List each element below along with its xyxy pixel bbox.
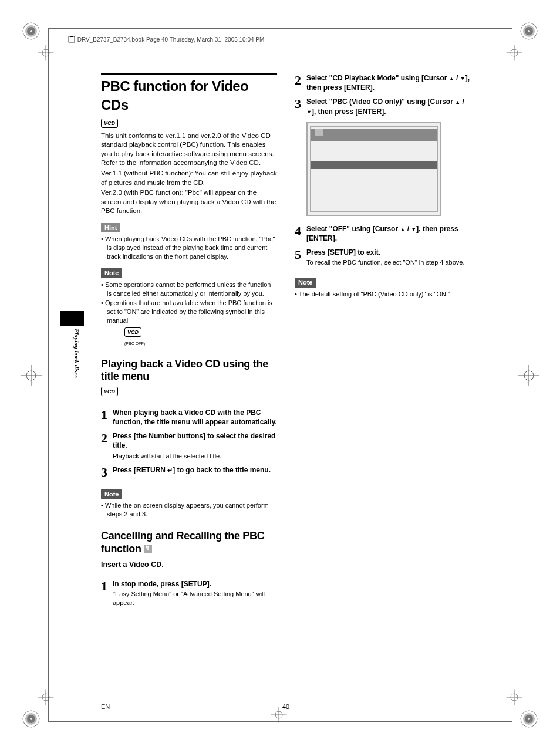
header-text: DRV_B2737_B2734.book Page 40 Thursday, M… <box>77 36 265 43</box>
menu-screen <box>310 126 438 212</box>
svg-rect-1 <box>70 36 73 37</box>
step-item: 2 Select "CD Playback Mode" using [Curso… <box>295 73 471 92</box>
book-header: DRV_B2737_B2734.book Page 40 Thursday, M… <box>68 35 264 43</box>
step-title: Select "PBC (Video CD only)" using [Curs… <box>306 97 471 116</box>
section-tab: Playing back discs <box>60 311 84 399</box>
crosshair-icon <box>505 44 523 62</box>
cursor-up-icon <box>400 225 405 233</box>
step-text-b: ] to go back to the title menu. <box>173 466 271 474</box>
cursor-up-icon <box>455 97 460 106</box>
step-number: 3 <box>295 97 306 116</box>
crosshair-icon <box>19 364 43 387</box>
tab-label: Playing back discs <box>73 329 80 378</box>
crosshair-icon <box>37 44 55 62</box>
right-column: 2 Select "CD Playback Mode" using [Curso… <box>295 73 471 612</box>
step-title: Select "CD Playback Mode" using [Cursor … <box>306 73 471 92</box>
note-label: Note <box>295 278 316 288</box>
cursor-down-icon <box>460 74 465 82</box>
step-text-a: Select "CD Playback Mode" using [Cursor <box>306 74 449 82</box>
step-title: In stop mode, press [SETUP]. <box>113 579 277 589</box>
svg-point-9 <box>528 30 530 32</box>
body-text: Ver.1.1 (without PBC function): You can … <box>101 169 277 187</box>
step-number: 1 <box>101 408 113 427</box>
subsection-title: Playing back a Video CD using the title … <box>101 358 277 383</box>
step-list: 4 Select "OFF" using [Cursor / ], then p… <box>295 224 471 267</box>
body-text: Ver.2.0 (with PBC function): "Pbc" will … <box>101 188 277 216</box>
step-item: 1 When playing back a Video CD with the … <box>101 408 277 427</box>
crop-line <box>48 28 49 722</box>
rule <box>101 353 277 353</box>
step-title: Press [SETUP] to exit. <box>306 248 471 257</box>
wrench-icon <box>144 545 152 553</box>
step-item: 1 In stop mode, press [SETUP]. "Easy Set… <box>101 579 277 607</box>
step-item: 3 Select "PBC (Video CD only)" using [Cu… <box>295 97 471 116</box>
note-label: Note <box>101 268 122 278</box>
cursor-down-icon <box>306 107 312 116</box>
hint-list: When playing back Video CDs with the PBC… <box>101 235 277 261</box>
crosshair-icon <box>505 688 523 706</box>
step-title: Select "OFF" using [Cursor / ], then pre… <box>306 224 471 243</box>
step-text-a: Select "PBC (Video CD only)" using [Curs… <box>306 97 455 106</box>
step-number: 2 <box>101 431 113 460</box>
subsection-text: Cancelling and Recalling the PBC functio… <box>101 530 264 555</box>
page-number: 40 <box>282 703 289 710</box>
left-column: PBC function for Video CDs VCD This unit… <box>101 73 277 612</box>
cursor-up-icon <box>449 74 454 82</box>
step-title: Press [RETURN ↵] to go back to the title… <box>113 465 277 475</box>
reg-mark-icon <box>19 19 43 43</box>
reg-mark-icon <box>517 19 541 43</box>
menu-header-bar <box>311 129 437 141</box>
note-label: Note <box>101 489 122 499</box>
note-item: Some operations cannot be performed unle… <box>101 281 277 298</box>
body-text: This unit conforms to ver.1.1 and ver.2.… <box>101 131 277 168</box>
step-item: 5 Press [SETUP] to exit. To recall the P… <box>295 248 471 267</box>
hint-label: Hint <box>101 223 120 233</box>
note-item: Operations that are not available when t… <box>101 299 277 325</box>
step-text-a: Select "OFF" using [Cursor <box>306 225 400 233</box>
return-icon: ↵ <box>167 466 173 475</box>
step-title: When playing back a Video CD with the PB… <box>113 408 277 427</box>
step-number: 3 <box>101 465 113 479</box>
step-number: 1 <box>101 579 113 607</box>
note-item: The default setting of "PBC (Video CD on… <box>295 290 471 299</box>
step-subtext: To recall the PBC function, select "ON" … <box>306 258 471 267</box>
instruction-text: Insert a Video CD. <box>101 560 277 570</box>
rule <box>101 73 277 75</box>
rule <box>101 525 277 525</box>
vcd-badge-icon: VCD <box>124 327 141 337</box>
step-text-a: Press [RETURN <box>113 466 167 474</box>
step-list: 2 Select "CD Playback Mode" using [Curso… <box>295 73 471 116</box>
svg-point-5 <box>30 30 32 32</box>
step-subtext: "Easy Setting Menu" or "Advanced Setting… <box>113 590 277 607</box>
hint-item: When playing back Video CDs with the PBC… <box>101 235 277 261</box>
menu-header-icon <box>315 129 323 136</box>
crosshair-icon <box>517 364 541 387</box>
subsection-title: Cancelling and Recalling the PBC functio… <box>101 530 277 555</box>
step-number: 2 <box>295 73 306 92</box>
menu-screenshot <box>306 122 441 216</box>
step-number: 5 <box>295 248 306 267</box>
svg-rect-0 <box>69 36 75 42</box>
reg-mark-icon <box>517 707 541 731</box>
step-number: 4 <box>295 224 306 243</box>
pbc-off-text: (PBC OFF) <box>124 341 277 346</box>
step-list: 1 In stop mode, press [SETUP]. "Easy Set… <box>101 579 277 607</box>
vcd-badge-icon: VCD <box>101 119 118 128</box>
vcd-badge-icon: VCD <box>101 387 118 396</box>
step-item: 2 Press [the Number buttons] to select t… <box>101 431 277 460</box>
step-title: Press [the Number buttons] to select the… <box>113 431 277 450</box>
svg-point-17 <box>528 718 530 720</box>
step-list: 1 When playing back a Video CD with the … <box>101 408 277 479</box>
cursor-down-icon <box>411 225 416 233</box>
section-title: PBC function for Video CDs <box>101 77 277 115</box>
step-text-b: ], then press [ENTER]. <box>312 107 386 116</box>
note-list: Some operations cannot be performed unle… <box>101 281 277 325</box>
note-list: While the on-screen display appears, you… <box>101 501 277 519</box>
tab-marker <box>60 311 84 326</box>
reg-mark-icon <box>19 707 43 731</box>
crop-line <box>512 28 512 722</box>
svg-point-13 <box>30 718 32 720</box>
crosshair-icon <box>37 688 55 706</box>
step-subtext: Playback will start at the selected titl… <box>113 452 277 461</box>
menu-selected-row <box>311 161 437 169</box>
